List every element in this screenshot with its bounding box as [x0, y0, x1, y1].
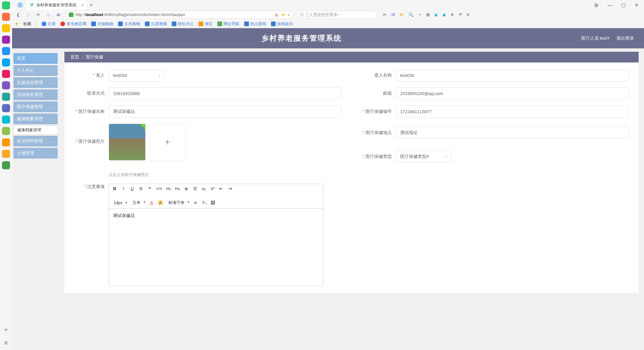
close-window-icon[interactable]: ✕	[633, 2, 641, 8]
shield-icon	[69, 12, 73, 17]
tab-bar: 乡村养老服务管理系统 × + ⊞ — ▢ ✕	[12, 0, 644, 10]
scissors-icon[interactable]: ✂	[383, 12, 386, 17]
minimize-icon[interactable]: —	[606, 2, 614, 8]
search-placeholder: 三人男篮胜世界第一	[305, 12, 341, 18]
bookmark-item[interactable]: 热点新闻	[244, 21, 266, 27]
ai-button[interactable]: AI	[55, 11, 62, 18]
browser-tab[interactable]: 乡村养老服务管理系统 ×	[26, 0, 87, 10]
search-icon: Q	[300, 12, 303, 17]
url-input[interactable]: http://localhost:8080/xylfwglxt/admin/di…	[65, 11, 293, 19]
forward-button[interactable]: ❯	[25, 11, 32, 18]
favorites-label: 收藏	[23, 21, 31, 27]
bookmark-item[interactable]: 老毛桃官网	[60, 21, 87, 27]
os-icon[interactable]	[2, 1, 10, 9]
translate-icon[interactable]: 译	[391, 12, 395, 18]
search-input[interactable]: Q 三人男篮胜世界第一	[297, 11, 377, 19]
qr-icon[interactable]: ▦	[275, 13, 278, 17]
reload-button[interactable]: ⟳	[35, 11, 42, 18]
os-sidebar: + ≡	[0, 0, 12, 28]
bookmark-item[interactable]: 京东购物	[118, 21, 140, 27]
os-icon[interactable]	[2, 13, 10, 21]
new-tab-button[interactable]: +	[87, 0, 96, 10]
bookmark-item[interactable]: 轻松办公	[172, 21, 194, 27]
bookmark-item[interactable]: 百度	[42, 21, 56, 27]
home-button[interactable]: ⌂	[45, 11, 52, 18]
bookmark-item[interactable]: 天猫购物	[91, 21, 113, 27]
tab-close-icon[interactable]: ×	[81, 2, 84, 8]
sun-icon[interactable]: ☀	[450, 12, 454, 17]
maximize-icon[interactable]: ▢	[619, 2, 627, 8]
bookmark-item[interactable]: 淘宝	[199, 21, 213, 27]
shield2-icon[interactable]: ⛨	[400, 12, 404, 17]
puzzle-icon[interactable]: ✦	[418, 12, 422, 17]
apps-icon[interactable]: ⊞	[426, 12, 430, 17]
back-button[interactable]: ❮	[15, 11, 21, 18]
zoom-icon[interactable]: 🔍	[409, 12, 414, 17]
browser-chrome: 乡村养老服务管理系统 × + ⊞ — ▢ ✕ ❮ ❯ ⟳ ⌂ AI http:/…	[0, 0, 644, 28]
bookmark-bar: ★ 收藏 | 百度 老毛桃官网 天猫购物 京东购物 百度搜索 轻松办公 淘宝 网…	[12, 19, 644, 28]
flash-icon[interactable]: ⚡	[281, 12, 286, 17]
browser-logo-icon	[14, 0, 26, 10]
menu-icon[interactable]: ≡	[467, 12, 469, 17]
globe-icon[interactable]: ◉	[442, 12, 446, 17]
url-text: http://localhost:8080/xylfwglxt/admin/di…	[75, 12, 275, 17]
favorites-star-icon[interactable]: ★	[15, 21, 18, 26]
undo-icon[interactable]: ↶	[459, 12, 462, 17]
vue-favicon-icon	[30, 3, 34, 7]
bookmark-item[interactable]: 游戏娱乐	[271, 21, 293, 27]
app-menu-icon[interactable]: ⊞	[592, 2, 600, 8]
circle-icon[interactable]: ◉	[434, 12, 438, 17]
bookmark-item[interactable]: 百度搜索	[145, 21, 167, 27]
address-bar: ❮ ❯ ⟳ ⌂ AI http://localhost:8080/xylfwgl…	[12, 10, 644, 19]
dropdown-icon[interactable]: ▾	[288, 13, 289, 16]
os-icon[interactable]	[2, 24, 10, 28]
tab-title: 乡村养老服务管理系统	[36, 2, 76, 8]
bookmark-item[interactable]: 网址导航	[217, 21, 239, 27]
